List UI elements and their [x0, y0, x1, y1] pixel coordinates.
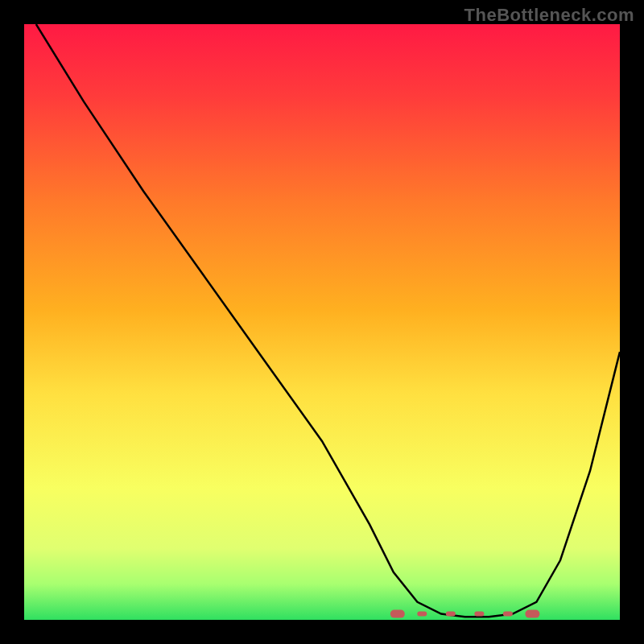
chart-container — [24, 24, 620, 620]
watermark-text: TheBottleneck.com — [464, 5, 634, 26]
svg-rect-1 — [525, 610, 539, 618]
svg-rect-0 — [390, 610, 405, 618]
gradient-background — [24, 24, 620, 620]
svg-rect-3 — [446, 612, 456, 617]
svg-rect-5 — [503, 612, 513, 617]
svg-rect-2 — [417, 612, 427, 617]
bottleneck-chart — [24, 24, 620, 620]
svg-rect-4 — [474, 612, 484, 617]
